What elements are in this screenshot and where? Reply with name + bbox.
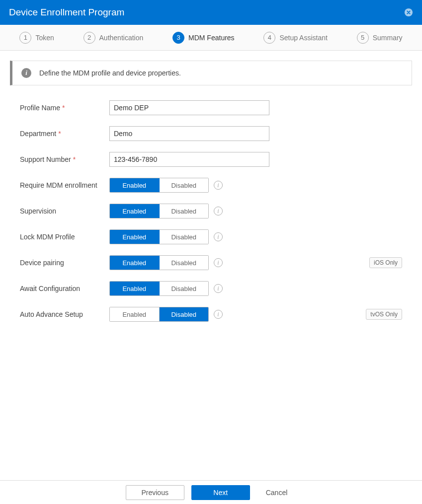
toggle-enabled[interactable]: Enabled bbox=[110, 178, 160, 192]
label-supervision: Supervision bbox=[20, 207, 109, 215]
toggle-enabled[interactable]: Enabled bbox=[110, 256, 160, 270]
close-icon[interactable] bbox=[404, 8, 413, 17]
badge-ios-only: iOS Only bbox=[369, 257, 402, 268]
help-icon[interactable]: i bbox=[214, 181, 223, 190]
toggle-device-pairing: Enabled Disabled bbox=[109, 255, 209, 270]
input-department[interactable] bbox=[109, 126, 269, 141]
label-text: Support Number bbox=[20, 155, 71, 163]
toggle-disabled[interactable]: Disabled bbox=[160, 307, 209, 321]
info-text: Define the MDM profile and device proper… bbox=[39, 69, 181, 77]
help-icon[interactable]: i bbox=[214, 310, 223, 319]
step-token[interactable]: 1 Token bbox=[19, 32, 54, 44]
mdm-features-form: Profile Name* Department* Support Number… bbox=[0, 95, 422, 343]
label-require-mdm: Require MDM enrollment bbox=[20, 181, 109, 189]
row-device-pairing: Device pairing Enabled Disabled i iOS On… bbox=[20, 255, 402, 270]
required-marker: * bbox=[73, 155, 76, 163]
help-icon[interactable]: i bbox=[214, 232, 223, 241]
label-profile-name: Profile Name* bbox=[20, 104, 109, 112]
toggle-disabled[interactable]: Disabled bbox=[160, 282, 209, 295]
help-icon[interactable]: i bbox=[214, 284, 223, 293]
wizard-steps: 1 Token 2 Authentication 3 MDM Features … bbox=[0, 25, 422, 51]
step-label: MDM Features bbox=[188, 34, 235, 42]
row-department: Department* bbox=[20, 126, 402, 141]
badge-tvos-only: tvOS Only bbox=[366, 309, 402, 320]
label-lock-profile: Lock MDM Profile bbox=[20, 233, 109, 241]
row-supervision: Supervision Enabled Disabled i bbox=[20, 204, 402, 218]
toggle-disabled[interactable]: Disabled bbox=[160, 178, 209, 192]
toggle-enabled[interactable]: Enabled bbox=[110, 230, 160, 244]
row-support-number: Support Number* bbox=[20, 152, 402, 167]
step-setup-assistant[interactable]: 4 Setup Assistant bbox=[263, 32, 328, 44]
toggle-enabled[interactable]: Enabled bbox=[110, 204, 160, 218]
dialog-title: Device Enrollment Program bbox=[9, 7, 124, 18]
step-mdm-features[interactable]: 3 MDM Features bbox=[172, 32, 235, 44]
toggle-lock-profile: Enabled Disabled bbox=[109, 229, 209, 244]
step-summary[interactable]: 5 Summary bbox=[357, 32, 403, 44]
label-department: Department* bbox=[20, 130, 109, 138]
input-support-number[interactable] bbox=[109, 152, 269, 167]
toggle-disabled[interactable]: Disabled bbox=[160, 204, 209, 218]
required-marker: * bbox=[62, 104, 65, 112]
step-authentication[interactable]: 2 Authentication bbox=[84, 32, 144, 44]
row-lock-profile: Lock MDM Profile Enabled Disabled i bbox=[20, 229, 402, 244]
toggle-disabled[interactable]: Disabled bbox=[160, 256, 209, 270]
cancel-button[interactable]: Cancel bbox=[257, 485, 297, 500]
step-label: Summary bbox=[373, 34, 403, 42]
help-icon[interactable]: i bbox=[214, 258, 223, 267]
required-marker: * bbox=[58, 130, 61, 138]
step-label: Token bbox=[35, 34, 54, 42]
step-number: 2 bbox=[84, 32, 95, 44]
step-number: 3 bbox=[172, 32, 184, 44]
label-text: Profile Name bbox=[20, 104, 60, 112]
toggle-enabled[interactable]: Enabled bbox=[110, 282, 160, 295]
toggle-supervision: Enabled Disabled bbox=[109, 204, 209, 218]
toggle-disabled[interactable]: Disabled bbox=[160, 230, 209, 244]
dialog-header: Device Enrollment Program bbox=[0, 0, 422, 25]
help-icon[interactable]: i bbox=[214, 207, 223, 216]
step-number: 1 bbox=[19, 32, 31, 44]
row-require-mdm: Require MDM enrollment Enabled Disabled … bbox=[20, 178, 402, 193]
step-label: Authentication bbox=[99, 34, 144, 42]
info-banner: i Define the MDM profile and device prop… bbox=[10, 61, 412, 85]
row-profile-name: Profile Name* bbox=[20, 100, 402, 115]
step-number: 4 bbox=[263, 32, 275, 44]
toggle-auto-advance: Enabled Disabled bbox=[109, 307, 209, 322]
label-device-pairing: Device pairing bbox=[20, 259, 109, 267]
row-await-config: Await Configuration Enabled Disabled i bbox=[20, 281, 402, 296]
toggle-enabled[interactable]: Enabled bbox=[110, 307, 160, 321]
step-number: 5 bbox=[357, 32, 369, 44]
label-support-number: Support Number* bbox=[20, 155, 109, 163]
toggle-await-config: Enabled Disabled bbox=[109, 281, 209, 296]
row-auto-advance: Auto Advance Setup Enabled Disabled i tv… bbox=[20, 307, 402, 322]
previous-button[interactable]: Previous bbox=[126, 485, 184, 500]
info-icon: i bbox=[21, 68, 31, 78]
toggle-require-mdm: Enabled Disabled bbox=[109, 178, 209, 193]
label-await-config: Await Configuration bbox=[20, 285, 109, 292]
step-label: Setup Assistant bbox=[279, 34, 328, 42]
label-auto-advance: Auto Advance Setup bbox=[20, 310, 109, 318]
label-text: Department bbox=[20, 130, 56, 138]
input-profile-name[interactable] bbox=[109, 100, 269, 115]
next-button[interactable]: Next bbox=[191, 485, 250, 500]
wizard-footer: Previous Next Cancel bbox=[0, 480, 422, 504]
